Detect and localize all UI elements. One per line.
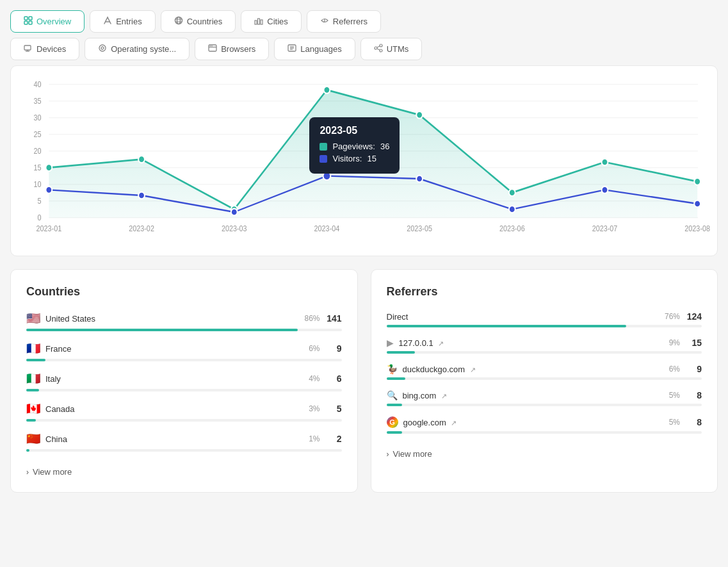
referrer-name-2: duckduckgo.com ↗ bbox=[403, 365, 669, 374]
country-count-4: 2 bbox=[327, 434, 342, 444]
external-link-icon[interactable]: ↗ bbox=[438, 340, 444, 347]
svg-rect-0 bbox=[24, 17, 28, 20]
country-name-4: China bbox=[45, 434, 309, 444]
svg-point-55 bbox=[509, 189, 515, 196]
languages-icon bbox=[287, 44, 296, 54]
referrer-name-0: Direct bbox=[387, 312, 665, 322]
tab-browsers-label: Browsers bbox=[221, 44, 255, 54]
svg-point-20 bbox=[210, 45, 211, 47]
list-item: Direct 76% 124 bbox=[387, 311, 702, 327]
tab-devices[interactable]: Devices bbox=[10, 38, 79, 60]
svg-text:0: 0 bbox=[38, 214, 42, 222]
svg-rect-2 bbox=[24, 21, 28, 24]
bottom-panels: Countries 🇺🇸 United States 86% 141 🇫🇷 bbox=[10, 269, 718, 493]
svg-rect-1 bbox=[29, 17, 32, 20]
country-name-2: Italy bbox=[45, 374, 309, 384]
progress-bar-fill bbox=[387, 325, 626, 327]
svg-point-56 bbox=[602, 159, 608, 166]
referrer-icon-4: G bbox=[387, 416, 398, 428]
cities-icon bbox=[254, 16, 263, 27]
svg-text:2023-02: 2023-02 bbox=[129, 225, 154, 233]
tab-referrers-label: Referrers bbox=[333, 17, 368, 26]
svg-text:15: 15 bbox=[34, 164, 42, 172]
svg-text:2023-03: 2023-03 bbox=[222, 225, 247, 233]
progress-bar-bg bbox=[26, 329, 342, 331]
progress-bar-bg bbox=[387, 404, 702, 406]
svg-point-27 bbox=[375, 47, 377, 49]
svg-point-57 bbox=[694, 178, 700, 185]
os-icon bbox=[98, 44, 107, 54]
tab-entries-label: Entries bbox=[116, 17, 142, 26]
browsers-icon bbox=[208, 44, 217, 54]
svg-point-21 bbox=[211, 45, 213, 47]
progress-bar-bg bbox=[26, 389, 342, 391]
progress-bar-bg bbox=[26, 449, 342, 452]
progress-bar-fill bbox=[26, 389, 39, 391]
referrer-count-4: 8 bbox=[686, 417, 702, 427]
svg-point-28 bbox=[380, 49, 382, 52]
progress-bar-bg bbox=[26, 359, 342, 361]
svg-point-51 bbox=[138, 156, 145, 163]
progress-bar-bg bbox=[387, 377, 702, 380]
overview-icon bbox=[24, 16, 33, 27]
referrer-icon-2: 🦆 bbox=[387, 364, 398, 374]
svg-text:40: 40 bbox=[34, 81, 42, 89]
svg-point-62 bbox=[416, 176, 423, 183]
tab-languages[interactable]: Languages bbox=[274, 38, 355, 60]
progress-bar-fill bbox=[387, 351, 415, 354]
svg-text:2023-06: 2023-06 bbox=[499, 225, 525, 233]
svg-point-17 bbox=[101, 47, 104, 49]
chevron-right-icon: › bbox=[387, 450, 389, 459]
flag-cn: 🇨🇳 bbox=[26, 432, 40, 446]
flag-us: 🇺🇸 bbox=[26, 311, 40, 325]
line-chart: 0 5 10 15 20 25 30 35 40 bbox=[24, 79, 704, 245]
list-item: 🔍 bing.com ↗ 5% 8 bbox=[387, 390, 702, 406]
svg-text:2023-08: 2023-08 bbox=[684, 225, 710, 233]
list-item: 🇺🇸 United States 86% 141 bbox=[26, 311, 342, 331]
tab-cities[interactable]: Cities bbox=[241, 10, 302, 33]
referrers-icon bbox=[320, 16, 329, 27]
progress-bar-fill bbox=[387, 377, 406, 380]
referrers-view-more[interactable]: › View more bbox=[387, 444, 702, 459]
devices-icon bbox=[24, 44, 33, 54]
tab-os-label: Operating syste... bbox=[111, 44, 176, 54]
tab-browsers[interactable]: Browsers bbox=[195, 38, 269, 60]
referrer-icon-3: 🔍 bbox=[387, 390, 398, 400]
countries-view-more[interactable]: › View more bbox=[26, 462, 342, 477]
tab-os[interactable]: Operating syste... bbox=[85, 38, 190, 60]
referrers-panel: Referrers Direct 76% 124 ▶ 127.0 bbox=[371, 269, 718, 493]
svg-text:20: 20 bbox=[34, 147, 42, 156]
countries-panel-title: Countries bbox=[26, 285, 342, 299]
tab-utms[interactable]: UTMs bbox=[360, 38, 423, 60]
progress-bar-fill bbox=[387, 404, 403, 406]
svg-point-54 bbox=[416, 111, 423, 119]
external-link-icon[interactable]: ↗ bbox=[451, 419, 457, 427]
svg-point-5 bbox=[175, 17, 182, 24]
svg-rect-13 bbox=[24, 45, 31, 50]
entries-icon bbox=[103, 16, 112, 27]
countries-view-more-label: View more bbox=[33, 467, 72, 477]
progress-bar-fill bbox=[26, 359, 45, 361]
country-pct-0: 86% bbox=[304, 314, 320, 323]
tab-countries[interactable]: Countries bbox=[161, 10, 236, 33]
svg-point-58 bbox=[45, 186, 52, 193]
progress-bar-bg bbox=[387, 431, 702, 434]
chart-container: 0 5 10 15 20 25 30 35 40 bbox=[10, 65, 718, 256]
tab-referrers[interactable]: Referrers bbox=[307, 10, 381, 33]
tab-overview[interactable]: Overview bbox=[10, 10, 85, 33]
external-link-icon[interactable]: ↗ bbox=[470, 366, 476, 374]
svg-rect-10 bbox=[258, 19, 260, 24]
tab-entries[interactable]: Entries bbox=[90, 10, 155, 33]
referrer-count-2: 9 bbox=[686, 364, 702, 374]
svg-point-6 bbox=[177, 17, 180, 24]
svg-point-63 bbox=[509, 206, 515, 213]
svg-rect-11 bbox=[261, 20, 263, 24]
referrer-pct-4: 5% bbox=[669, 418, 680, 427]
country-name-0: United States bbox=[45, 314, 304, 324]
referrer-name-4: google.com ↗ bbox=[403, 418, 669, 427]
tab-devices-label: Devices bbox=[36, 44, 66, 54]
svg-text:10: 10 bbox=[34, 181, 42, 189]
external-link-icon[interactable]: ↗ bbox=[441, 392, 447, 400]
svg-text:25: 25 bbox=[34, 131, 42, 139]
progress-bar-fill bbox=[26, 449, 29, 452]
